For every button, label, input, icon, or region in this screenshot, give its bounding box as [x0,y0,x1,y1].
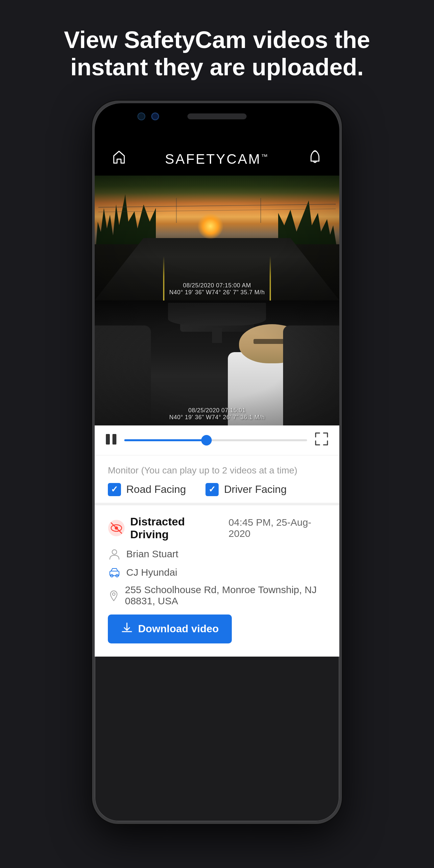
svg-point-11 [112,550,117,554]
road-facing-check-box: ✓ [108,483,121,496]
driver-facing-label: Driver Facing [224,483,286,495]
seek-bar-fill [124,439,207,441]
driver-facing-checkbox[interactable]: ✓ Driver Facing [206,483,286,496]
event-type: Distracted Driving [130,515,220,541]
event-card: Distracted Driving 04:45 PM, 25-Aug-2020… [95,503,339,657]
phone-top-bar [95,103,339,129]
event-time: 04:45 PM, 25-Aug-2020 [228,517,326,539]
download-video-label: Download video [138,623,219,635]
phone-speaker [187,114,247,119]
car-icon [108,566,121,579]
road-facing-label: Road Facing [126,483,186,495]
download-icon [121,622,133,636]
driver-icon [108,548,121,561]
front-camera-dot [137,113,145,120]
hero-title: View SafetyCam videos the instant they a… [36,26,398,81]
road-facing-checkbox[interactable]: ✓ Road Facing [108,483,186,496]
monitor-section: Monitor (You can play up to 2 videos at … [95,455,339,503]
driver-facing-video[interactable]: 08/25/2020 07:15:01 N40° 19' 36" W74° 26… [95,301,339,426]
monitor-checkboxes: ✓ Road Facing ✓ Driver Facing [108,483,326,496]
location-icon [108,589,120,602]
svg-rect-12 [110,571,119,576]
phone-mockup: SAFETYCAM™ [92,101,342,824]
notification-icon[interactable] [307,149,323,169]
road-facing-video[interactable]: 08/25/2020 07:15:00 AM N40° 19' 36" W74°… [95,176,339,301]
event-vehicle: CJ Hyundai [126,567,177,578]
video-top-overlay: 08/25/2020 07:15:00 AM N40° 19' 36" W74°… [95,282,339,296]
video-container: 08/25/2020 07:15:00 AM N40° 19' 36" W74°… [95,176,339,426]
event-address-row: 255 Schoolhouse Rd, Monroe Township, NJ … [108,584,326,607]
event-driver-row: Brian Stuart [108,548,326,561]
event-address: 255 Schoolhouse Rd, Monroe Township, NJ … [125,584,326,607]
event-header: Distracted Driving 04:45 PM, 25-Aug-2020 [108,515,326,541]
event-vehicle-row: CJ Hyundai [108,566,326,579]
monitor-label: Monitor (You can play up to 2 videos at … [108,465,326,476]
distracted-driving-icon [108,520,125,536]
video-bottom-overlay: 08/25/2020 07:15:01 N40° 19' 36" W74° 26… [95,407,339,421]
download-video-button[interactable]: Download video [108,615,232,644]
status-bar [95,129,339,143]
home-icon[interactable] [111,149,127,169]
seek-bar-thumb [201,435,212,445]
driver-facing-check-box: ✓ [206,483,219,496]
svg-rect-5 [106,434,110,444]
video-controls-bar [95,426,339,455]
front-camera [151,113,159,120]
svg-point-15 [113,593,115,595]
svg-rect-6 [113,434,116,444]
seek-bar[interactable] [124,439,307,441]
event-driver: Brian Stuart [126,549,178,560]
app-header: SAFETYCAM™ [95,143,339,176]
fullscreen-button[interactable] [314,431,330,450]
app-title: SAFETYCAM™ [165,151,269,167]
pause-button[interactable] [104,433,118,448]
